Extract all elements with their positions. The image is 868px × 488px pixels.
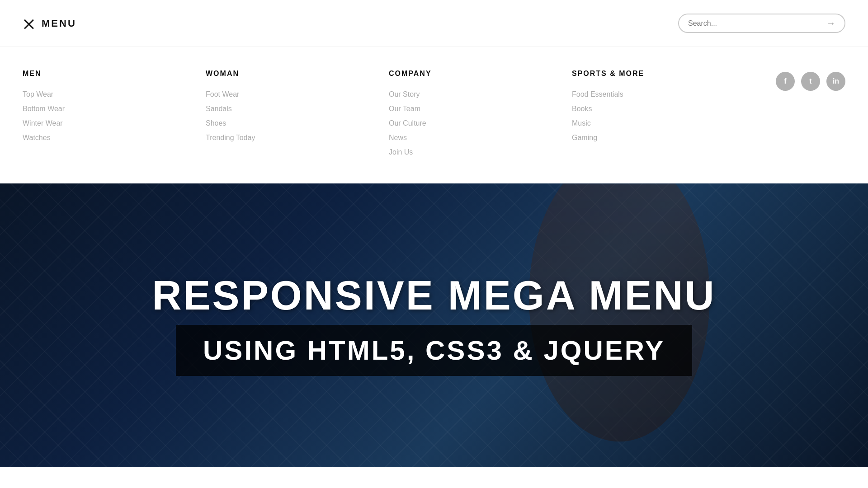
search-box: → bbox=[678, 14, 845, 33]
hero-subtitle-wrapper: USING HTML5, CSS3 & JQUERY bbox=[176, 325, 692, 376]
link-our-culture[interactable]: Our Culture bbox=[389, 119, 426, 127]
list-item: Our Story bbox=[389, 90, 558, 99]
menu-column-company: COMPANY Our Story Our Team Our Culture N… bbox=[389, 70, 572, 156]
column-links-sports: Food Essentials Books Music Gaming bbox=[572, 90, 741, 142]
link-winter-wear[interactable]: Winter Wear bbox=[23, 119, 63, 127]
list-item: Our Culture bbox=[389, 119, 558, 127]
linkedin-icon[interactable]: in bbox=[826, 72, 845, 91]
close-icon[interactable] bbox=[23, 17, 35, 30]
list-item: Food Essentials bbox=[572, 90, 741, 99]
link-our-team[interactable]: Our Team bbox=[389, 105, 420, 113]
column-title-men: MEN bbox=[23, 70, 192, 78]
link-food-essentials[interactable]: Food Essentials bbox=[572, 90, 623, 98]
link-join-us[interactable]: Join Us bbox=[389, 148, 413, 156]
column-title-woman: WOMAN bbox=[206, 70, 375, 78]
link-books[interactable]: Books bbox=[572, 105, 592, 113]
search-input[interactable] bbox=[688, 19, 826, 28]
list-item: Gaming bbox=[572, 134, 741, 142]
hero-title: RESPONSIVE MEGA MENU bbox=[152, 275, 716, 316]
menu-label: MENU bbox=[42, 18, 76, 29]
column-links-men: Top Wear Bottom Wear Winter Wear Watches bbox=[23, 90, 192, 142]
menu-left: MENU bbox=[23, 17, 76, 30]
column-title-company: COMPANY bbox=[389, 70, 558, 78]
link-gaming[interactable]: Gaming bbox=[572, 134, 597, 141]
menu-column-men: MEN Top Wear Bottom Wear Winter Wear Wat… bbox=[23, 70, 206, 156]
twitter-icon[interactable]: t bbox=[801, 72, 820, 91]
link-shoes[interactable]: Shoes bbox=[206, 119, 226, 127]
list-item: Join Us bbox=[389, 148, 558, 156]
column-links-woman: Foot Wear Sandals Shoes Trending Today bbox=[206, 90, 375, 142]
link-news[interactable]: News bbox=[389, 134, 407, 141]
list-item: Bottom Wear bbox=[23, 105, 192, 113]
list-item: Winter Wear bbox=[23, 119, 192, 127]
link-music[interactable]: Music bbox=[572, 119, 591, 127]
link-sandals[interactable]: Sandals bbox=[206, 105, 232, 113]
menu-column-sports: SPORTS & MORE Food Essentials Books Musi… bbox=[572, 70, 755, 156]
link-our-story[interactable]: Our Story bbox=[389, 90, 420, 98]
link-trending-today[interactable]: Trending Today bbox=[206, 134, 255, 141]
link-bottom-wear[interactable]: Bottom Wear bbox=[23, 105, 65, 113]
hero-subtitle: USING HTML5, CSS3 & JQUERY bbox=[203, 335, 665, 366]
list-item: Watches bbox=[23, 134, 192, 142]
menu-bar: MENU → bbox=[0, 0, 868, 47]
list-item: Books bbox=[572, 105, 741, 113]
link-foot-wear[interactable]: Foot Wear bbox=[206, 90, 239, 98]
list-item: Music bbox=[572, 119, 741, 127]
list-item: Foot Wear bbox=[206, 90, 375, 99]
list-item: Top Wear bbox=[23, 90, 192, 99]
menu-column-woman: WOMAN Foot Wear Sandals Shoes Trending T… bbox=[206, 70, 389, 156]
list-item: Our Team bbox=[389, 105, 558, 113]
link-top-wear[interactable]: Top Wear bbox=[23, 90, 53, 98]
search-arrow-icon[interactable]: → bbox=[826, 18, 835, 28]
mega-menu: MEN Top Wear Bottom Wear Winter Wear Wat… bbox=[0, 47, 868, 183]
list-item: Shoes bbox=[206, 119, 375, 127]
hero-section: RESPONSIVE MEGA MENU USING HTML5, CSS3 &… bbox=[0, 183, 868, 467]
social-icons: f t in bbox=[755, 70, 845, 156]
facebook-icon[interactable]: f bbox=[776, 72, 795, 91]
link-watches[interactable]: Watches bbox=[23, 134, 51, 141]
column-title-sports: SPORTS & MORE bbox=[572, 70, 741, 78]
list-item: News bbox=[389, 134, 558, 142]
column-links-company: Our Story Our Team Our Culture News Join… bbox=[389, 90, 558, 156]
list-item: Sandals bbox=[206, 105, 375, 113]
list-item: Trending Today bbox=[206, 134, 375, 142]
hero-content: RESPONSIVE MEGA MENU USING HTML5, CSS3 &… bbox=[152, 275, 716, 376]
